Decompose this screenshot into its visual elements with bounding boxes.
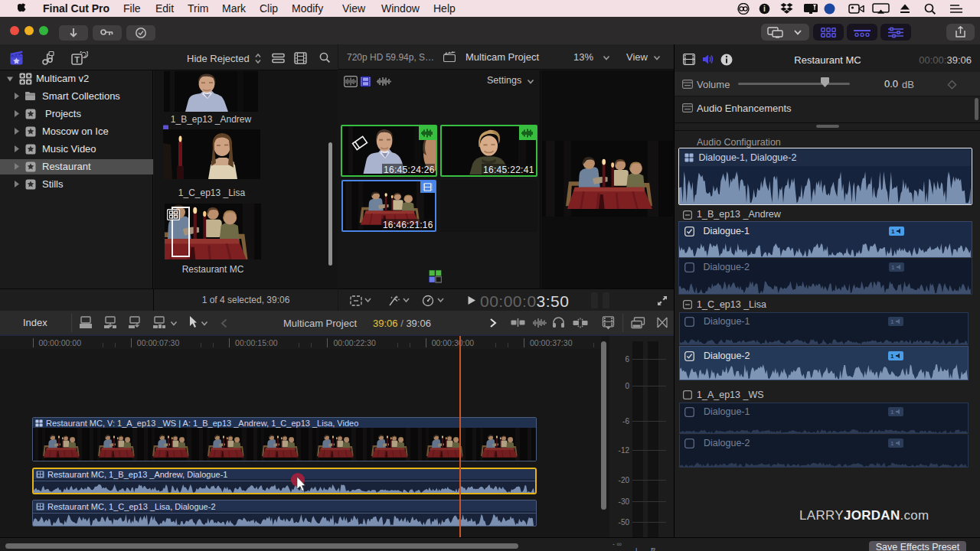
svg-text:1: 1 <box>891 228 895 234</box>
svg-text:i: i <box>763 5 766 13</box>
svg-text:1: 1 <box>890 440 894 446</box>
svg-text:1: 1 <box>890 353 894 359</box>
svg-text:1: 1 <box>891 264 895 270</box>
svg-text:1: 1 <box>890 318 894 324</box>
svg-text:1: 1 <box>890 409 894 415</box>
svg-text:T: T <box>74 55 80 64</box>
